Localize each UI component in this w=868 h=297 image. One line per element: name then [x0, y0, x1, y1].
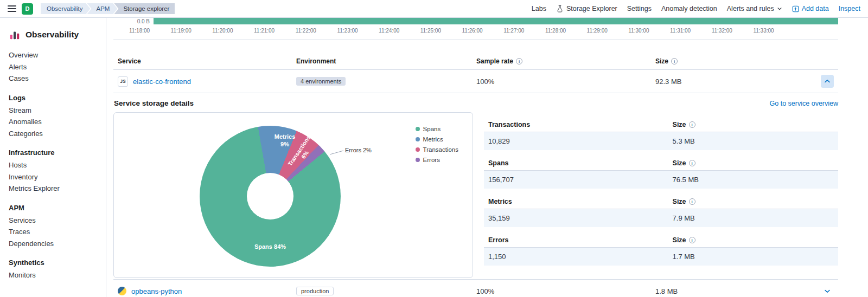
- breakdown-count: 35,159: [484, 209, 668, 227]
- expand-row-button[interactable]: [821, 285, 834, 297]
- main-content: 0.0 B 11:18:0011:19:0011:20:0011:21:0011…: [106, 18, 868, 297]
- sidebar-group-main: Overview Alerts Cases: [0, 49, 106, 85]
- breakdown-table-spans: Spans Size 156,707 76.5 MB: [484, 158, 838, 189]
- breakdown-row: 1,150 1.7 MB: [484, 248, 838, 266]
- add-data-icon: [792, 5, 799, 12]
- service-link-opbeans-python[interactable]: opbeans-python: [131, 287, 182, 295]
- legend-dot: [416, 147, 420, 152]
- timeline-tick-label: 11:21:00: [254, 28, 275, 34]
- python-agent-icon: [118, 287, 126, 295]
- sidebar-item-monitors[interactable]: Monitors: [0, 269, 106, 281]
- size-value: 92.3 MB: [651, 73, 816, 91]
- timeline-tick-label: 11:32:00: [712, 28, 732, 34]
- breakdown-table-errors: Errors Size 1,150 1.7 MB: [484, 235, 838, 266]
- column-header-size[interactable]: Size: [651, 54, 816, 69]
- alerts-and-rules-menu[interactable]: Alerts and rules: [727, 5, 782, 12]
- breakdown-count: 156,707: [484, 171, 668, 189]
- info-icon[interactable]: [516, 58, 522, 64]
- sidebar-item-hosts[interactable]: Hosts: [0, 159, 106, 171]
- table-row[interactable]: opbeans-python production 100% 1.8 MB: [113, 279, 838, 297]
- info-icon[interactable]: [689, 237, 695, 243]
- sidebar-item-anomalies[interactable]: Anomalies: [0, 116, 106, 128]
- service-link-elastic-co-frontend[interactable]: elastic-co-frontend: [133, 78, 191, 86]
- breadcrumb-observability[interactable]: Observability: [41, 3, 90, 14]
- info-icon[interactable]: [689, 121, 695, 128]
- menu-icon[interactable]: [8, 5, 16, 12]
- sidebar-heading-infrastructure: Infrastructure: [0, 139, 106, 159]
- label-leader-line: [329, 147, 345, 156]
- sidebar-item-dependencies[interactable]: Dependencies: [0, 238, 106, 250]
- inspect-button[interactable]: Inspect: [839, 5, 860, 12]
- observability-logo-icon: [9, 29, 21, 41]
- legend-item-errors[interactable]: Errors: [416, 157, 458, 163]
- timeline-tick-label: 11:18:00: [129, 28, 150, 34]
- donut-hole: [247, 173, 293, 219]
- breakdown-header-size: Size: [668, 119, 838, 132]
- sidebar-title: Observability: [0, 18, 106, 49]
- collapse-row-button[interactable]: [821, 75, 834, 88]
- timeline-tick-label: 11:22:00: [296, 28, 316, 34]
- breakdown-header-size: Size: [668, 196, 838, 209]
- breakdown-row: 35,159 7.9 MB: [484, 209, 838, 227]
- sidebar-item-cases[interactable]: Cases: [0, 73, 106, 85]
- breadcrumb: Observability APM Storage explorer: [41, 3, 175, 14]
- info-icon[interactable]: [671, 58, 678, 64]
- breadcrumb-apm[interactable]: APM: [87, 3, 117, 14]
- add-data-button[interactable]: Add data: [792, 5, 829, 12]
- storage-donut-chart[interactable]: Metrics 9% Transactions 6% Errors2%: [200, 126, 341, 267]
- deployment-badge[interactable]: D: [22, 3, 33, 15]
- services-storage-table: Service Environment Sample rate Size JS …: [113, 54, 838, 297]
- chevron-down-icon: [824, 288, 831, 294]
- table-row[interactable]: JS elastic-co-frontend 4 environments 10…: [113, 70, 838, 93]
- timeline-x-axis: 11:18:0011:19:0011:20:0011:21:0011:22:00…: [113, 28, 838, 34]
- labs-button[interactable]: Labs: [532, 5, 546, 12]
- go-to-service-overview-link[interactable]: Go to service overview: [770, 100, 838, 107]
- chart-legend: Spans Metrics Transactions Errors: [416, 126, 458, 167]
- legend-item-metrics[interactable]: Metrics: [416, 136, 458, 143]
- javascript-agent-icon: JS: [118, 76, 128, 87]
- column-header-environment[interactable]: Environment: [292, 54, 472, 69]
- sidebar-item-inventory[interactable]: Inventory: [0, 171, 106, 183]
- legend-dot: [416, 158, 420, 162]
- sidebar-item-overview[interactable]: Overview: [0, 49, 106, 61]
- breakdown-header-name: Transactions: [484, 119, 668, 132]
- storage-explorer-nav[interactable]: Storage Explorer: [556, 5, 617, 12]
- sidebar-group-logs: Logs Stream Anomalies Categories: [0, 85, 106, 140]
- column-header-service[interactable]: Service: [113, 54, 292, 69]
- details-title: Service storage details: [114, 99, 194, 107]
- sidebar-item-services[interactable]: Services: [0, 215, 106, 227]
- sidebar-item-alerts[interactable]: Alerts: [0, 61, 106, 73]
- sidebar-group-infrastructure: Infrastructure Hosts Inventory Metrics E…: [0, 139, 106, 195]
- breakdown-row: 156,707 76.5 MB: [484, 171, 838, 189]
- breakdown-size: 1.7 MB: [668, 248, 838, 266]
- timeline-tick-label: 11:19:00: [171, 28, 192, 34]
- sidebar-item-metrics-explorer[interactable]: Metrics Explorer: [0, 183, 106, 195]
- chevron-down-icon: [777, 6, 782, 11]
- sidebar-item-stream[interactable]: Stream: [0, 105, 106, 117]
- info-icon[interactable]: [689, 160, 695, 166]
- timeline-tick-label: 11:20:00: [212, 28, 233, 34]
- timeline-tick-label: 11:26:00: [462, 28, 483, 34]
- sample-rate-value: 100%: [472, 282, 651, 297]
- info-icon[interactable]: [689, 198, 695, 205]
- anomaly-detection-button[interactable]: Anomaly detection: [661, 5, 717, 12]
- breakdown-size: 76.5 MB: [668, 171, 838, 189]
- settings-button[interactable]: Settings: [627, 5, 652, 12]
- header-nav: Labs Storage Explorer Settings Anomaly d…: [532, 5, 860, 12]
- environment-badge: production: [296, 287, 334, 295]
- legend-item-spans[interactable]: Spans: [416, 126, 458, 132]
- breadcrumb-storage-explorer: Storage explorer: [114, 3, 175, 14]
- legend-item-transactions[interactable]: Transactions: [416, 146, 458, 153]
- sidebar-item-traces[interactable]: Traces: [0, 226, 106, 238]
- breakdown-table-metrics: Metrics Size 35,159 7.9 MB: [484, 196, 838, 227]
- sidebar-heading-synthetics: Synthetics: [0, 249, 106, 269]
- timeline-tick-label: 11:24:00: [379, 28, 399, 34]
- legend-dot: [416, 127, 420, 131]
- column-header-sample-rate[interactable]: Sample rate: [472, 54, 651, 69]
- timeline-series-bar[interactable]: [154, 18, 838, 24]
- sidebar-item-categories[interactable]: Categories: [0, 128, 106, 140]
- sidebar: Observability Overview Alerts Cases Logs…: [0, 18, 106, 297]
- timeline-tick-label: 11:28:00: [545, 28, 566, 34]
- breakdown-row: 10,829 5.3 MB: [484, 132, 838, 150]
- breakdown-header-name: Errors: [484, 235, 668, 247]
